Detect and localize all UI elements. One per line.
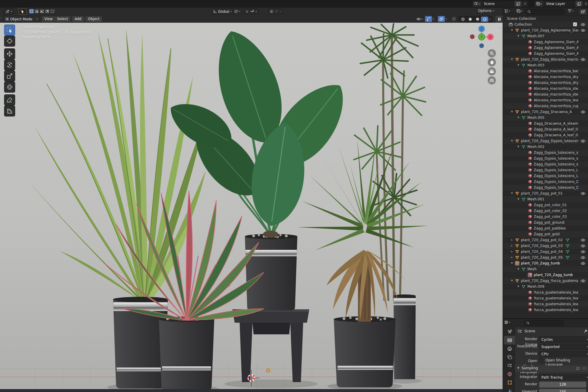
outliner-row[interactable]: Alocasia_macrorrhiza_cup_d [503,103,588,109]
outliner-editor-type-button[interactable]: ▾ [504,9,510,13]
visibility-eye-icon[interactable] [580,244,586,248]
collapse-arrow-icon[interactable]: ▼ [517,268,519,270]
transform-orientation-dropdown[interactable]: Global ▾ [211,8,233,15]
object-visibility-dropdown[interactable]: ▾ [415,16,424,22]
viewport-3d[interactable]: ▾ Global ▾ ▾ ▾ ▾ Options▾ [0,8,503,392]
tool-transform-button[interactable] [4,82,15,93]
outliner-row[interactable]: Zagg_pot_color_01 [503,202,588,208]
outliner-item-label[interactable]: Mesh.009 [527,284,578,289]
visibility-eye-icon[interactable] [580,29,586,32]
collapse-arrow-icon[interactable]: ▼ [517,285,519,288]
pot-yucca[interactable] [334,316,396,387]
outliner-row[interactable]: ►plant_720_Zagg_pot_02 [503,237,588,243]
properties-tab-world[interactable] [504,370,515,378]
collapse-arrow-icon[interactable]: ▼ [517,198,519,200]
outliner-row[interactable]: Zagg_Aglaonema_Siam_Aur [503,45,588,51]
outliner-item-label[interactable]: Zagg_Dypsis_lutescens_stea [534,150,578,155]
outliner-item-label[interactable]: Zagg_Dypsis_lutescens_stea [534,156,578,161]
collapse-arrow-icon[interactable]: ▼ [511,192,513,195]
outliner-row[interactable]: Zagg_Dracaena_A_steam [503,121,588,126]
outliner-item-label[interactable]: Zagg_pot_gold [534,232,578,236]
scene-selector[interactable]: ▾ Scene ✕ [472,1,528,7]
visibility-eye-icon[interactable] [580,250,586,253]
pot-05[interactable] [394,294,416,379]
expand-arrow-icon[interactable]: ► [511,256,513,259]
outliner-row[interactable]: ▼plant_720_Zagg_pot_01 [503,190,588,196]
outliner-row[interactable]: Zagg_Dypsis_lutescens_stea [503,156,588,161]
outliner-item-label[interactable]: Alocasia_macrorrhiza_steam [534,92,578,97]
outliner-row[interactable]: Zagg_Dypsis_lutescens_stea [503,161,588,167]
outliner-item-label[interactable]: Alocasia_macrorrhiza_bark [534,69,578,73]
show-gizmo-toggle[interactable] [425,16,432,22]
outliner-item-label[interactable]: Collection [515,22,578,27]
outliner-row[interactable]: Zagg_Aglaonema_Siam_Aur [503,51,588,56]
proportional-editing-group[interactable]: ▾ [268,8,283,15]
menu-object[interactable]: Object [85,16,102,22]
menu-add[interactable]: Add [72,16,84,22]
scene-icon[interactable]: ▾ [472,1,482,7]
expand-arrow-icon[interactable]: ► [511,244,513,247]
properties-tab-view-layer[interactable] [504,353,515,361]
object-origin-dot[interactable] [266,369,270,372]
integrator-dropdown[interactable]: Path Tracing▾ [539,374,588,380]
outliner-item-label[interactable]: Yucca_guatemalensis_leaf_0 [534,302,578,306]
outliner-row[interactable]: Zagg_Dracaena_A_leaf_02 [503,132,588,138]
collapse-arrow-icon[interactable]: ▼ [511,140,513,142]
outliner-row[interactable]: Zagg_Dypsis_lutescens_Leaf [503,173,588,179]
tool-rotate-button[interactable] [4,59,15,70]
overlays-dropdown[interactable]: ▾ [446,18,447,20]
visibility-eye-icon[interactable] [580,140,586,143]
outliner-item-label[interactable]: Alocasia_macrorrhiza_leaf [534,98,578,103]
outliner-item-label[interactable]: Zagg_Dypsis_lutescens_stea [534,162,578,167]
properties-tab-modifiers[interactable] [504,386,515,392]
outliner-row[interactable]: plant_720_Zagg_tumb [503,272,588,278]
pot-aglaonema[interactable] [159,317,214,390]
outliner-row[interactable]: ►plant_720_Zagg_pot_03 [503,243,588,249]
outliner-item-label[interactable]: Mesh.001 [527,197,578,202]
properties-tab-scene[interactable] [504,361,515,370]
outliner-item-label[interactable]: plant_720_Zagg_Dracaena_A [521,110,578,114]
outliner-row[interactable]: ▼Mesh.009 [503,284,588,289]
outliner-row[interactable]: Scene Collection [503,16,588,22]
outliner-row[interactable]: ▼Mesh.002 [503,144,588,150]
outliner-row[interactable]: Yucca_guatemalensis_leaf_0 [503,295,588,301]
collapse-arrow-icon[interactable]: ▼ [511,29,513,31]
xray-toggle[interactable] [451,16,457,22]
expand-arrow-icon[interactable]: ► [511,250,513,253]
outliner-display-mode-button[interactable]: ▾ [516,9,522,13]
shading-rendered-button[interactable] [481,17,488,22]
visibility-eye-icon[interactable] [580,192,586,195]
view-layer-name[interactable]: View Layer [544,1,575,7]
collapse-arrow-icon[interactable]: ▼ [517,116,519,119]
outliner-row[interactable]: Zagg_pot_ground [503,220,588,225]
collection-checkbox[interactable]: ✓ [573,22,577,26]
collapse-arrow-icon[interactable]: ▼ [517,145,519,148]
outliner-row[interactable]: Zagg_Dracaena_A_leaf_01 [503,126,588,132]
editor-type-button[interactable]: ▾ [3,8,14,15]
tool-annotate-button[interactable] [4,94,15,105]
visibility-eye-icon[interactable] [580,262,586,265]
outliner-search-input[interactable] [532,9,557,14]
outliner-item-label[interactable]: Mesh.003 [527,63,578,68]
outliner-item-label[interactable]: Alocasia_macrorrhiza_steam [534,86,578,91]
pivot-point-dropdown[interactable]: ▾ [232,8,242,15]
view-layer-icon[interactable]: ▾ [534,1,544,7]
section-header-sampling[interactable]: ▼Sampling [515,365,588,372]
pan-hand-button[interactable] [488,58,496,66]
outliner-item-label[interactable]: Zagg_pot_color_03 [534,214,578,219]
properties-search[interactable] [524,320,564,326]
outliner-row[interactable]: ►plant_720_Zagg_pot_05 [503,255,588,260]
outliner-row[interactable]: Collection✓ [503,22,588,27]
outliner-row[interactable]: Zagg_pot_gold [503,231,588,237]
camera-view-button[interactable] [488,67,496,75]
outliner-row[interactable]: Zagg_Dypsis_lutescens_Leaf [503,167,588,173]
presets-icon[interactable] [576,367,580,371]
outliner-row[interactable]: Zagg_pot_color_02 [503,208,588,214]
tool-select-box-button[interactable] [4,24,15,36]
outliner-row[interactable]: Yucca_guatemalensis_leaf_0 [503,289,588,295]
pot-alocasia[interactable] [245,234,297,310]
outliner-item-label[interactable]: plant_720_Zagg_pot_02 [521,238,563,242]
outliner-row[interactable]: Alocasia_macrorrhiza_bark [503,68,588,74]
outliner-item-label[interactable]: Zagg_Dracaena_A_leaf_02 [534,133,578,137]
outliner-row[interactable]: Zagg_Dypsis_lutescens_Dry_ [503,185,588,190]
